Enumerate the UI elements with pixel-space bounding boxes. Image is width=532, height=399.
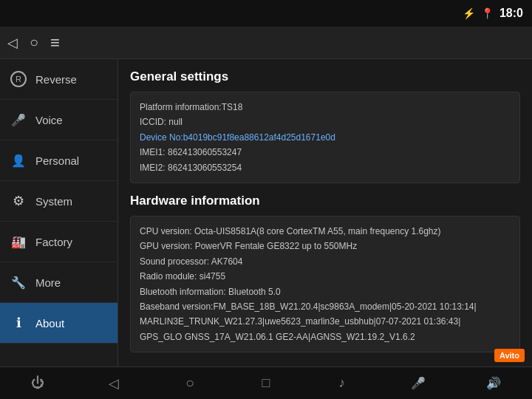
nav-home-button[interactable]: ○: [175, 369, 205, 398]
voice-icon: [9, 110, 28, 129]
general-settings-title: General settings: [130, 69, 520, 84]
sidebar-item-personal[interactable]: Personal: [0, 140, 117, 181]
sidebar-label-personal: Personal: [35, 154, 79, 167]
bluetooth-info: Bluetooth information: Bluetooth 5.0: [140, 284, 511, 299]
avito-badge: Avito: [494, 349, 525, 362]
sidebar-label-voice: Voice: [35, 114, 63, 126]
sidebar-item-about[interactable]: About: [0, 303, 117, 344]
content-area: General settings Platform information:TS…: [118, 59, 532, 366]
personal-icon: [9, 151, 28, 170]
hardware-info-box: CPU version: Octa-UIS8581A(8 core Cortex…: [130, 216, 520, 352]
status-time: 18:0: [499, 7, 523, 20]
system-icon: [9, 191, 28, 211]
status-bar: ⚡ 📍 18:0: [0, 0, 532, 27]
sidebar: R Reverse Voice Personal System Factory: [0, 59, 118, 366]
radio-info: Radio module: si4755: [140, 269, 511, 284]
bottom-nav: ⏻ ◁ ○ □ ♪ 🎤 🔊: [0, 366, 532, 399]
back-button[interactable]: [7, 34, 18, 51]
mic-button[interactable]: 🎤: [403, 369, 433, 398]
sidebar-label-more: More: [35, 276, 61, 289]
home-button[interactable]: [30, 34, 38, 51]
sidebar-label-factory: Factory: [35, 236, 72, 248]
imei2-info: IMEI2: 862413060553254: [140, 160, 511, 175]
location-icon: 📍: [481, 7, 494, 19]
baseband-info: Baseband version:FM_BASE_18B_W21.20.4|sc…: [140, 299, 511, 314]
device-no-info: Device No:b4019bc91f8ea88612af4d25d1671e…: [140, 130, 511, 145]
sound-info: Sound processor: AK7604: [140, 254, 511, 269]
sidebar-label-system: System: [35, 195, 72, 208]
more-icon: [9, 273, 28, 292]
power-button[interactable]: ⏻: [23, 369, 52, 398]
marlin-info: MARLIN3E_TRUNK_W21.27.3|uwe5623_marlin3e…: [140, 314, 511, 329]
sidebar-label-about: About: [35, 317, 64, 330]
top-nav: [0, 27, 532, 59]
platform-info: Platform information:TS18: [140, 100, 511, 115]
general-info-box: Platform information:TS18 ICCID: null De…: [130, 92, 520, 183]
gps-info: GPS_GLO GNSS_17A_W21.06.1 GE2-AA|AGNSS_W…: [140, 330, 511, 344]
sidebar-item-system[interactable]: System: [0, 181, 117, 222]
main-layout: R Reverse Voice Personal System Factory: [0, 59, 532, 366]
nav-square-button[interactable]: □: [251, 369, 281, 398]
hardware-info-title: Hardware information: [130, 194, 520, 208]
nav-back-button[interactable]: ◁: [99, 369, 129, 398]
about-icon: [9, 313, 28, 332]
status-icons: ⚡ 📍 18:0: [463, 7, 523, 20]
factory-icon: [9, 232, 28, 251]
sidebar-item-more[interactable]: More: [0, 262, 117, 303]
imei1-info: IMEI1: 862413060553247: [140, 145, 511, 160]
gpu-info: GPU version: PowerVR Fentale GE8322 up t…: [140, 239, 511, 253]
reverse-icon: R: [9, 69, 28, 89]
iccid-info: ICCID: null: [140, 115, 511, 129]
music-button[interactable]: ♪: [327, 369, 357, 398]
menu-button[interactable]: [50, 33, 60, 52]
sidebar-label-reverse: Reverse: [35, 73, 77, 86]
bluetooth-icon: ⚡: [463, 7, 475, 19]
sidebar-item-reverse[interactable]: R Reverse: [0, 59, 117, 100]
sidebar-item-voice[interactable]: Voice: [0, 100, 117, 140]
sidebar-item-factory[interactable]: Factory: [0, 222, 117, 262]
device-frame: ⚡ 📍 18:0 R Reverse Voice Per: [0, 0, 532, 399]
volume-button[interactable]: 🔊: [479, 369, 508, 398]
cpu-info: CPU version: Octa-UIS8581A(8 core Cortex…: [140, 224, 511, 239]
